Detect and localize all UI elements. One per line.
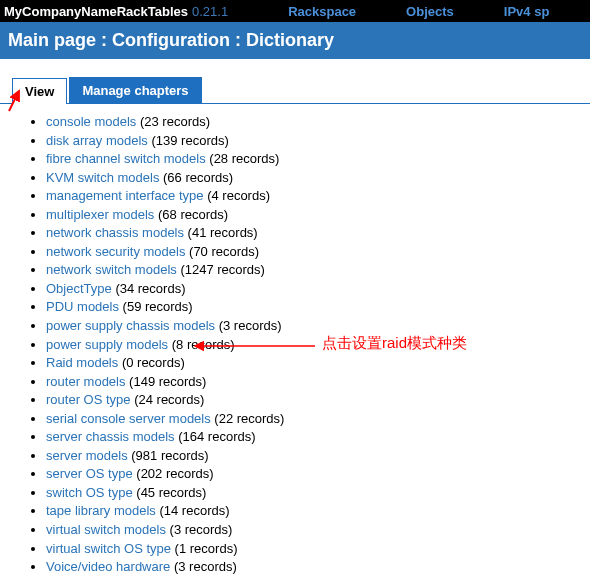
list-item: switch OS type (45 records) <box>46 484 590 502</box>
list-item: tape library models (14 records) <box>46 502 590 520</box>
dictionary-link[interactable]: power supply chassis models <box>46 318 215 333</box>
list-item: ObjectType (34 records) <box>46 280 590 298</box>
dictionary-link[interactable]: ObjectType <box>46 281 112 296</box>
list-item: server OS type (202 records) <box>46 465 590 483</box>
record-count: (3 records) <box>166 522 232 537</box>
dictionary-link[interactable]: virtual switch OS type <box>46 541 171 556</box>
list-item: virtual switch OS type (1 records) <box>46 540 590 558</box>
nav-ipv4[interactable]: IPv4 sp <box>504 4 550 19</box>
list-item: server models (981 records) <box>46 447 590 465</box>
record-count: (0 records) <box>118 355 184 370</box>
top-bar: MyCompanyName RackTables 0.21.1 Rackspac… <box>0 0 590 22</box>
list-item: disk array models (139 records) <box>46 132 590 150</box>
dictionary-link[interactable]: PDU models <box>46 299 119 314</box>
list-item: router models (149 records) <box>46 373 590 391</box>
list-item: fibre channel switch models (28 records) <box>46 150 590 168</box>
tab-view[interactable]: View <box>12 78 67 104</box>
dictionary-link[interactable]: disk array models <box>46 133 148 148</box>
dictionary-link[interactable]: network security models <box>46 244 185 259</box>
dictionary-link[interactable]: power supply models <box>46 337 168 352</box>
record-count: (59 records) <box>119 299 193 314</box>
nav-rackspace[interactable]: Rackspace <box>288 4 356 19</box>
dictionary-link[interactable]: tape library models <box>46 503 156 518</box>
record-count: (139 records) <box>148 133 229 148</box>
record-count: (41 records) <box>184 225 258 240</box>
dictionary-link[interactable]: Voice/video hardware <box>46 559 170 574</box>
record-count: (202 records) <box>133 466 214 481</box>
record-count: (24 records) <box>131 392 205 407</box>
record-count: (4 records) <box>204 188 270 203</box>
top-nav: Rackspace Objects IPv4 sp <box>288 4 549 19</box>
record-count: (22 records) <box>211 411 285 426</box>
list-item: PDU models (59 records) <box>46 298 590 316</box>
record-count: (3 records) <box>215 318 281 333</box>
dictionary-link[interactable]: console models <box>46 114 136 129</box>
dictionary-link[interactable]: management interface type <box>46 188 204 203</box>
dictionary-link[interactable]: network chassis models <box>46 225 184 240</box>
tab-manage-chapters[interactable]: Manage chapters <box>69 77 201 103</box>
record-count: (23 records) <box>136 114 210 129</box>
list-item: Voice/video hardware (3 records) <box>46 558 590 574</box>
record-count: (45 records) <box>133 485 207 500</box>
dictionary-link[interactable]: server chassis models <box>46 429 175 444</box>
list-item: network security models (70 records) <box>46 243 590 261</box>
record-count: (149 records) <box>125 374 206 389</box>
record-count: (1 records) <box>171 541 237 556</box>
dictionary-link[interactable]: virtual switch models <box>46 522 166 537</box>
brand-prefix: MyCompanyName <box>4 4 117 19</box>
record-count: (70 records) <box>185 244 259 259</box>
dictionary-link[interactable]: server OS type <box>46 466 133 481</box>
record-count: (28 records) <box>206 151 280 166</box>
list-item: network chassis models (41 records) <box>46 224 590 242</box>
content: console models (23 records)disk array mo… <box>0 104 590 574</box>
record-count: (66 records) <box>159 170 233 185</box>
record-count: (68 records) <box>154 207 228 222</box>
record-count: (1247 records) <box>177 262 265 277</box>
list-item: serial console server models (22 records… <box>46 410 590 428</box>
dictionary-link[interactable]: serial console server models <box>46 411 211 426</box>
dictionary-link[interactable]: network switch models <box>46 262 177 277</box>
record-count: (8 records) <box>168 337 234 352</box>
record-count: (164 records) <box>175 429 256 444</box>
record-count: (981 records) <box>128 448 209 463</box>
record-count: (14 records) <box>156 503 230 518</box>
dictionary-link[interactable]: fibre channel switch models <box>46 151 206 166</box>
list-item: network switch models (1247 records) <box>46 261 590 279</box>
list-item: power supply models (8 records) <box>46 336 590 354</box>
record-count: (3 records) <box>170 559 236 574</box>
version: 0.21.1 <box>192 4 228 19</box>
dictionary-link[interactable]: Raid models <box>46 355 118 370</box>
dictionary-list: console models (23 records)disk array mo… <box>28 113 590 574</box>
tabs-row: View Manage chapters <box>0 59 590 104</box>
list-item: KVM switch models (66 records) <box>46 169 590 187</box>
dictionary-link[interactable]: server models <box>46 448 128 463</box>
list-item: console models (23 records) <box>46 113 590 131</box>
list-item: Raid models (0 records) <box>46 354 590 372</box>
dictionary-link[interactable]: router models <box>46 374 125 389</box>
list-item: virtual switch models (3 records) <box>46 521 590 539</box>
list-item: power supply chassis models (3 records) <box>46 317 590 335</box>
dictionary-link[interactable]: router OS type <box>46 392 131 407</box>
breadcrumb: Main page : Configuration : Dictionary <box>0 22 590 59</box>
list-item: router OS type (24 records) <box>46 391 590 409</box>
dictionary-link[interactable]: KVM switch models <box>46 170 159 185</box>
dictionary-link[interactable]: multiplexer models <box>46 207 154 222</box>
record-count: (34 records) <box>112 281 186 296</box>
brand-suffix: RackTables <box>117 4 188 19</box>
list-item: server chassis models (164 records) <box>46 428 590 446</box>
list-item: management interface type (4 records) <box>46 187 590 205</box>
nav-objects[interactable]: Objects <box>406 4 454 19</box>
list-item: multiplexer models (68 records) <box>46 206 590 224</box>
dictionary-link[interactable]: switch OS type <box>46 485 133 500</box>
